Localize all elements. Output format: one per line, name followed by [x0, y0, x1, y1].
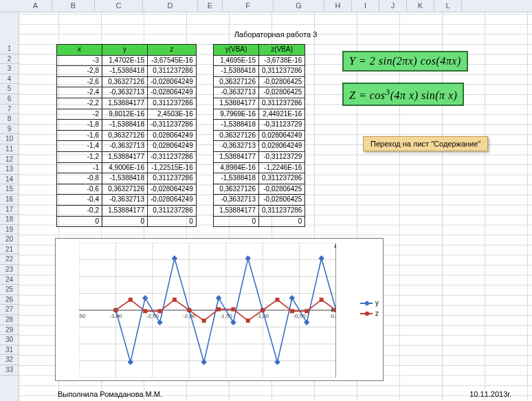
table-vba: y(VBA)z(VBA)1,4695E-15-3,6738E-16-1,5388… [213, 44, 305, 227]
row-header-8[interactable]: 8 [0, 114, 19, 124]
row-header-5[interactable]: 5 [0, 84, 19, 94]
svg-rect-54 [129, 298, 133, 302]
row-header-22[interactable]: 22 [0, 254, 19, 265]
col-header-D[interactable]: D [143, 0, 198, 12]
col-y(VBA): y(VBA) [214, 45, 259, 56]
col-header-C[interactable]: C [95, 0, 143, 12]
row-header-30[interactable]: 30 [0, 335, 19, 345]
table-row: -0,3632713-0,02806425 [214, 87, 305, 98]
row-header-33[interactable]: 33 [0, 365, 19, 376]
table-row: 9,7969E-162,44921E-16 [214, 109, 305, 120]
goto-contents-button[interactable]: Переход на лист "Содержание" [363, 136, 488, 151]
svg-rect-59 [202, 318, 206, 323]
footer-date: 10.11.2013г. [469, 390, 511, 398]
svg-rect-40 [157, 320, 162, 325]
formula-y-box: Y = 2 sin(2πx) cos(4πx) [342, 51, 468, 72]
row-header-11[interactable]: 11 [0, 144, 19, 155]
col-header-G[interactable]: G [274, 0, 324, 12]
row-header-1[interactable]: 1 [0, 44, 19, 54]
worksheet[interactable]: Лабораторная работа 3 xyz-31,4702E-15-3,… [19, 12, 532, 401]
row-header-7[interactable]: 7 [0, 105, 19, 115]
table-row: 0,363271260,028064249 [214, 130, 305, 141]
row-header-15[interactable]: 15 [0, 184, 19, 195]
table-row: -0,60,36327126-0,028064249 [57, 184, 197, 195]
row-header-29[interactable]: 29 [0, 325, 19, 336]
col-header-H[interactable]: H [324, 0, 352, 12]
table-row: 000 [57, 216, 197, 227]
column-headers: ABCDEFGHIJKL [0, 0, 532, 12]
table-row: 0,36327126-0,02806425 [214, 184, 305, 195]
col-header-L[interactable]: L [434, 0, 462, 12]
table-row: -31,4702E-15-3,67545E-16 [57, 55, 197, 66]
row-header-31[interactable]: 31 [0, 345, 19, 356]
table-row: -1,4-0,36327130,028064249 [57, 141, 197, 152]
col-header-B[interactable]: B [52, 0, 95, 12]
svg-rect-50 [304, 320, 309, 325]
table-row: -1,53884180,311237286 [214, 66, 305, 77]
svg-rect-64 [276, 298, 280, 302]
col-header-E[interactable]: E [198, 0, 223, 12]
row-header-17[interactable]: 17 [0, 205, 19, 215]
legend-label-z: z [375, 310, 379, 317]
table-xyz: xyz-31,4702E-15-3,67545E-16-2,8-1,538841… [56, 44, 197, 227]
col-y: y [102, 45, 148, 56]
row-header-25[interactable]: 25 [0, 285, 19, 295]
row-header-20[interactable]: 20 [0, 235, 19, 245]
svg-rect-46 [245, 255, 251, 261]
svg-rect-63 [261, 308, 265, 312]
row-header-28[interactable]: 28 [0, 315, 19, 325]
row-header-4[interactable]: 4 [0, 74, 19, 85]
svg-rect-45 [230, 320, 236, 325]
row-header-9[interactable]: 9 [0, 124, 19, 135]
svg-rect-39 [142, 295, 148, 301]
row-header-13[interactable]: 13 [0, 164, 19, 175]
col-header-K[interactable]: K [407, 0, 434, 12]
svg-rect-57 [173, 298, 177, 302]
svg-rect-62 [246, 318, 250, 323]
row-header-26[interactable]: 26 [0, 295, 19, 305]
row-header-24[interactable]: 24 [0, 275, 19, 285]
table-row: -0,4-0,3632713-0,028064249 [57, 195, 197, 206]
row-header-23[interactable]: 23 [0, 265, 19, 275]
table-row: 00 [214, 216, 305, 227]
row-header-3[interactable]: 3 [0, 64, 19, 74]
col-header-I[interactable]: I [352, 0, 379, 12]
svg-rect-60 [217, 307, 221, 312]
row-header-2[interactable]: 2 [0, 54, 19, 65]
legend-marker-z [360, 313, 373, 314]
svg-rect-49 [289, 295, 295, 301]
formula-z-text: Z = cos3(4π x) sin(π x) [349, 89, 457, 101]
row-header-16[interactable]: 16 [0, 195, 19, 205]
col-header-F[interactable]: F [223, 0, 274, 12]
table-row: 1,53884177-0,31123729 [214, 151, 305, 162]
svg-rect-53 [113, 308, 118, 312]
table-row: -2,4-0,3632713-0,028064249 [57, 87, 197, 98]
table-row: -2,8-1,53884180,311237286 [57, 66, 197, 77]
svg-rect-67 [320, 298, 324, 302]
col-header-J[interactable]: J [379, 0, 407, 12]
col-header-A[interactable]: A [19, 0, 52, 12]
svg-rect-65 [290, 309, 294, 313]
col-x: x [57, 45, 102, 56]
svg-rect-55 [143, 309, 147, 313]
row-header-21[interactable]: 21 [0, 245, 19, 255]
row-header-32[interactable]: 32 [0, 355, 19, 365]
row-header-27[interactable]: 27 [0, 305, 19, 315]
row-header-12[interactable]: 12 [0, 155, 19, 165]
svg-text:-3,50: -3,50 [79, 313, 86, 319]
table-row: -14,9006E-16-1,22515E-16 [57, 162, 197, 173]
svg-text:0,00: 0,00 [331, 313, 336, 319]
row-header-18[interactable]: 18 [0, 215, 19, 225]
row-header-19[interactable]: 19 [0, 225, 19, 235]
row-header-10[interactable]: 10 [0, 134, 19, 144]
svg-rect-43 [201, 359, 206, 365]
table-row: -1,60,363271260,028064249 [57, 130, 197, 141]
formula-y-text: Y = 2 sin(2πx) cos(4πx) [349, 55, 461, 67]
table-row: -0,21,538841770,311237286 [57, 205, 197, 216]
row-header-14[interactable]: 14 [0, 175, 19, 185]
row-header-6[interactable]: 6 [0, 94, 19, 105]
table-row: 0,36327126-0,02806425 [214, 76, 305, 87]
svg-rect-48 [274, 359, 280, 365]
chart[interactable]: -3,50-3,00-2,50-2,00-1,50-1,00-0,500,00-… [55, 238, 384, 381]
table-row: -1,5388418-0,31123729 [214, 120, 305, 131]
